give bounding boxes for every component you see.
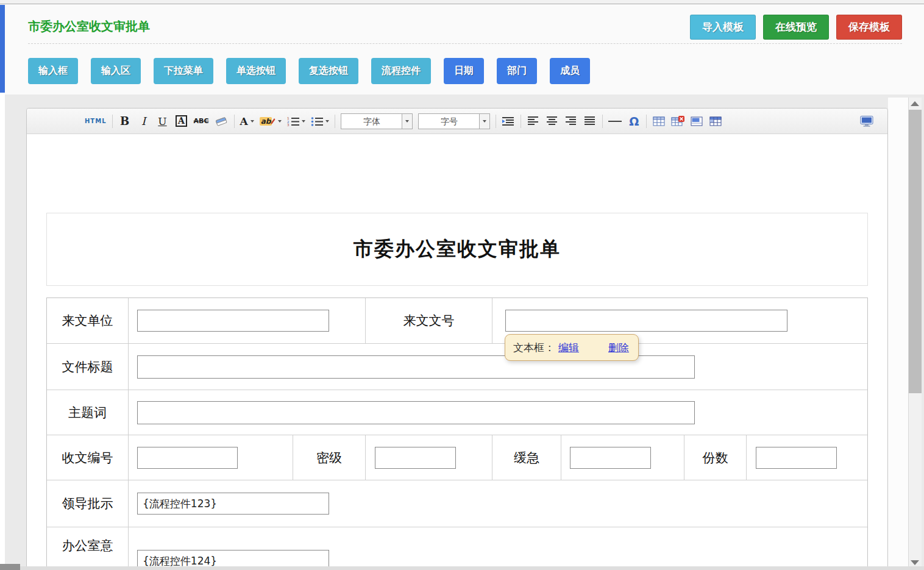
receipt-no-label: 收文编号 <box>47 435 128 480</box>
align-justify-icon <box>585 116 595 126</box>
remove-format-button[interactable] <box>215 113 229 129</box>
toolbar-separator <box>112 115 113 128</box>
special-char-button[interactable]: Ω <box>627 113 641 129</box>
font-size-value: 字号 <box>419 114 479 129</box>
bottom-corner <box>0 564 20 570</box>
field-insert-toolbar: 输入框 输入区 下拉菜单 单选按钮 复选按钮 流程控件 日期 部门 成员 <box>28 58 590 84</box>
strikethrough-button[interactable]: ABC <box>194 113 209 129</box>
office-opinion-label: 办公室意 <box>47 527 128 570</box>
insert-department-button[interactable]: 部门 <box>497 58 537 84</box>
font-color-button[interactable]: A <box>240 113 254 129</box>
caret-down-icon <box>325 120 329 123</box>
window-top-edge <box>0 0 924 4</box>
insert-flow-control-button[interactable]: 流程控件 <box>371 58 431 84</box>
copies-cell <box>746 435 867 480</box>
align-right-button[interactable] <box>564 113 578 129</box>
fullscreen-button[interactable] <box>859 113 874 129</box>
source-unit-label: 来文单位 <box>47 298 128 343</box>
workspace: HTML B I U A ABC A ab <box>5 94 924 570</box>
source-code-button[interactable]: HTML <box>85 113 107 129</box>
insert-textarea-button[interactable]: 输入区 <box>91 58 141 84</box>
online-preview-button[interactable]: 在线预览 <box>763 15 829 40</box>
secrecy-label: 密级 <box>293 435 365 480</box>
leader-note-flow-control-input[interactable] <box>137 493 329 515</box>
page-title: 市委办公室收文审批单 <box>28 18 150 35</box>
svg-text:3: 3 <box>287 123 290 126</box>
caret-down-icon <box>483 120 486 123</box>
eraser-icon <box>215 116 229 127</box>
form-table: 来文单位 来文文号 文件标题 <box>46 297 868 570</box>
indent-button[interactable] <box>502 113 515 129</box>
table-properties-button[interactable] <box>690 113 703 129</box>
cell-properties-button[interactable] <box>709 113 722 129</box>
delete-table-button[interactable] <box>671 113 684 129</box>
insert-member-button[interactable]: 成员 <box>550 58 590 84</box>
scroll-up-arrow-icon[interactable] <box>911 101 919 106</box>
toolbar-separator <box>602 115 603 128</box>
align-left-button[interactable] <box>527 113 540 129</box>
bold-button[interactable]: B <box>118 113 132 129</box>
font-family-dropdown-arrow[interactable] <box>402 114 412 129</box>
table-row: 文件标题 <box>47 343 867 390</box>
insert-date-button[interactable]: 日期 <box>444 58 484 84</box>
highlight-color-button[interactable]: ab <box>260 113 282 129</box>
source-unit-cell <box>128 298 365 343</box>
bottom-edge <box>20 566 924 570</box>
caret-down-icon <box>405 120 409 123</box>
align-right-icon <box>566 116 577 126</box>
table-row: 主题词 <box>47 390 867 435</box>
insert-dropdown-button[interactable]: 下拉菜单 <box>154 58 213 84</box>
source-unit-input[interactable] <box>137 310 329 332</box>
font-family-select[interactable]: 字体 <box>341 113 413 129</box>
doc-title-label: 文件标题 <box>47 344 128 390</box>
scrollbar-thumb[interactable] <box>909 110 922 393</box>
underline-button[interactable]: U <box>156 113 169 129</box>
copies-input[interactable] <box>756 447 837 469</box>
urgency-label: 缓急 <box>492 435 561 480</box>
table-icon <box>653 116 666 127</box>
import-template-button[interactable]: 导入模板 <box>690 15 756 40</box>
font-size-dropdown-arrow[interactable] <box>479 114 489 129</box>
doc-number-label: 来文文号 <box>365 298 492 343</box>
delete-control-link[interactable]: 删除 <box>608 341 629 355</box>
copies-label: 份数 <box>684 435 746 480</box>
unordered-list-icon <box>311 116 323 126</box>
header: 市委办公室收文审批单 导入模板 在线预览 保存模板 输入框 输入区 下拉菜单 单… <box>5 5 924 94</box>
background-window-sliver <box>0 5 5 93</box>
doc-number-input[interactable] <box>505 310 787 332</box>
font-color-a-icon: A <box>240 115 248 127</box>
unordered-list-button[interactable] <box>311 113 329 129</box>
insert-input-box-button[interactable]: 输入框 <box>28 58 78 84</box>
toolbar-separator <box>496 115 496 128</box>
insert-checkbox-button[interactable]: 复选按钮 <box>299 58 358 84</box>
control-tooltip: 文本框： 编辑 删除 <box>505 334 639 361</box>
insert-radio-button[interactable]: 单选按钮 <box>226 58 286 84</box>
edit-control-link[interactable]: 编辑 <box>558 341 579 355</box>
format-block-button[interactable]: A <box>175 113 188 129</box>
align-center-button[interactable] <box>546 113 559 129</box>
vertical-scrollbar[interactable] <box>908 98 922 570</box>
urgency-input[interactable] <box>570 447 651 469</box>
horizontal-rule-button[interactable] <box>608 113 622 129</box>
header-actions: 导入模板 在线预览 保存模板 <box>690 15 902 40</box>
toolbar-separator <box>521 115 521 128</box>
rich-text-editor: HTML B I U A ABC A ab <box>26 108 888 570</box>
urgency-cell <box>561 435 684 480</box>
insert-table-button[interactable] <box>652 113 666 129</box>
document-title-block[interactable]: 市委办公室收文审批单 <box>46 213 868 286</box>
save-template-button[interactable]: 保存模板 <box>836 15 902 40</box>
align-left-icon <box>528 116 539 126</box>
subject-input[interactable] <box>137 401 695 424</box>
secrecy-cell <box>365 435 492 480</box>
editor-document-area[interactable]: 市委办公室收文审批单 来文单位 来文文号 文件标题 <box>27 135 887 570</box>
pencil-icon <box>270 118 275 124</box>
secrecy-input[interactable] <box>375 447 456 469</box>
ordered-list-button[interactable]: 1 2 3 <box>287 113 305 129</box>
office-opinion-cell <box>128 527 867 570</box>
caret-down-icon <box>278 120 282 123</box>
font-size-select[interactable]: 字号 <box>418 113 490 129</box>
align-justify-button[interactable] <box>583 113 597 129</box>
receipt-no-input[interactable] <box>137 447 238 469</box>
italic-button[interactable]: I <box>137 113 151 129</box>
scroll-down-arrow-icon[interactable] <box>911 560 919 565</box>
